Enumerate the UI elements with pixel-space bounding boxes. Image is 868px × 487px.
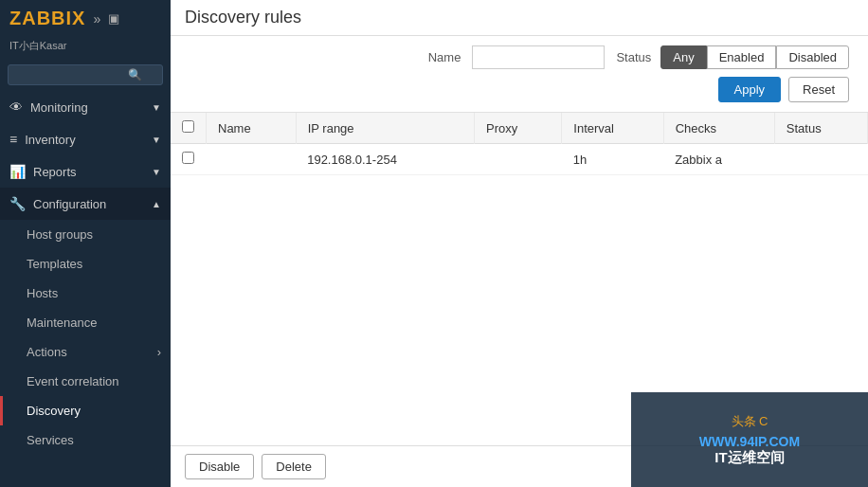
sidebar-header: ZABBIX » ▣ [0, 0, 171, 37]
logo: ZABBIX [9, 8, 85, 29]
sidebar-item-host-groups[interactable]: Host groups [0, 220, 171, 249]
filter-buttons-row: Apply Reset [190, 77, 849, 102]
status-filter-label: Status [616, 50, 651, 64]
disable-button[interactable]: Disable [185, 454, 254, 479]
status-enabled-button[interactable]: Enabled [707, 45, 777, 69]
status-any-button[interactable]: Any [660, 45, 706, 69]
td-name [207, 144, 297, 175]
search-container: 🔍 [0, 59, 171, 91]
configuration-icon: 🔧 [9, 196, 26, 211]
th-ip-range: IP range [296, 113, 474, 144]
name-filter-label: Name [428, 50, 461, 64]
status-disabled-button[interactable]: Disabled [776, 45, 849, 69]
status-button-group: Any Enabled Disabled [660, 45, 849, 69]
watermark-logo: 头条 C [732, 413, 769, 430]
td-interval: 1h [562, 144, 663, 175]
inventory-arrow: ▼ [152, 135, 161, 145]
filter-bar: Name Status Any Enabled Disabled Apply R… [171, 36, 868, 113]
table-row: 192.168.0.1-254 1h Zabbix a [171, 144, 868, 175]
reports-icon: 📊 [9, 164, 26, 179]
delete-button[interactable]: Delete [262, 454, 326, 479]
status-filter-area: Status Any Enabled Disabled [616, 45, 849, 69]
sidebar-item-services[interactable]: Services [0, 425, 171, 455]
apply-button[interactable]: Apply [718, 77, 782, 102]
sidebar-item-configuration[interactable]: 🔧 Configuration ▲ [0, 188, 171, 220]
logo-icon: ▣ [108, 11, 119, 26]
th-interval: Interval [562, 113, 663, 144]
actions-arrow: › [157, 345, 161, 359]
sidebar-item-maintenance[interactable]: Maintenance [0, 308, 171, 337]
filter-row-1: Name Status Any Enabled Disabled [190, 45, 849, 69]
sidebar-item-discovery[interactable]: Discovery [0, 396, 171, 425]
th-checks: Checks [663, 113, 774, 144]
name-filter-input[interactable] [472, 45, 605, 69]
watermark-site: WWW.94IP.COM [699, 434, 800, 449]
sidebar-item-inventory[interactable]: ≡ Inventory ▼ [0, 123, 171, 155]
table-header-row: Name IP range Proxy Interval Checks Stat… [171, 113, 868, 144]
watermark: 头条 C WWW.94IP.COM IT运维空间 [631, 392, 868, 487]
sidebar-item-event-correlation[interactable]: Event correlation [0, 367, 171, 396]
th-name: Name [207, 113, 297, 144]
reset-button[interactable]: Reset [788, 77, 849, 102]
sidebar-item-monitoring[interactable]: 👁 Monitoring ▼ [0, 91, 171, 123]
inventory-label: Inventory [25, 133, 75, 147]
reports-label: Reports [33, 165, 77, 179]
page-title: Discovery rules [185, 8, 301, 27]
sidebar: ZABBIX » ▣ IT小白Kasar 🔍 👁 Monitoring ▼ ≡ … [0, 0, 171, 487]
inventory-icon: ≡ [9, 132, 17, 147]
sidebar-item-actions[interactable]: Actions › [0, 337, 171, 367]
row-checkbox[interactable] [182, 152, 194, 164]
actions-label: Actions [27, 345, 67, 359]
sidebar-item-reports[interactable]: 📊 Reports ▼ [0, 155, 171, 188]
th-checkbox [171, 113, 207, 144]
configuration-label: Configuration [33, 197, 106, 211]
sidebar-item-hosts[interactable]: Hosts [0, 279, 171, 308]
logo-arrows: » [93, 11, 100, 27]
search-input[interactable] [14, 68, 128, 81]
td-status [774, 144, 867, 175]
monitoring-label: Monitoring [30, 100, 88, 115]
search-wrapper: 🔍 [8, 64, 163, 85]
user-info: IT小白Kasar [0, 37, 171, 59]
monitoring-arrow: ▼ [152, 102, 161, 113]
discovery-table: Name IP range Proxy Interval Checks Stat… [171, 113, 868, 175]
th-proxy: Proxy [474, 113, 561, 144]
th-status: Status [774, 113, 867, 144]
td-checkbox [171, 144, 207, 175]
search-icon: 🔍 [128, 68, 142, 81]
reports-arrow: ▼ [152, 167, 161, 177]
main-header: Discovery rules [171, 0, 868, 36]
select-all-checkbox[interactable] [182, 120, 194, 133]
td-proxy [474, 144, 561, 175]
configuration-arrow: ▲ [152, 199, 161, 209]
watermark-brand: IT运维空间 [714, 449, 784, 467]
sidebar-item-templates[interactable]: Templates [0, 249, 171, 279]
monitoring-icon: 👁 [9, 99, 23, 115]
td-ip-range: 192.168.0.1-254 [296, 144, 474, 175]
td-checks: Zabbix a [663, 144, 774, 175]
